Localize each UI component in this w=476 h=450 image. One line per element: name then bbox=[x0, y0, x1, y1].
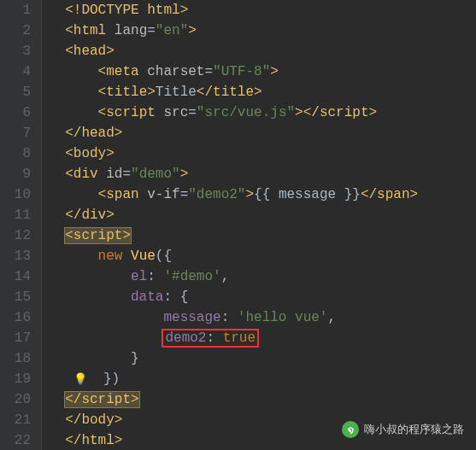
code-line[interactable]: el: '#demo', bbox=[49, 266, 418, 287]
line-number: 8 bbox=[7, 143, 31, 164]
highlight-red-box: demo2: true bbox=[163, 330, 257, 346]
line-number: 5 bbox=[7, 82, 31, 102]
code-line[interactable]: </div> bbox=[49, 205, 418, 225]
line-number: 10 bbox=[7, 184, 31, 205]
line-number: 12 bbox=[7, 225, 31, 246]
code-line[interactable]: message: 'hello vue', bbox=[49, 307, 418, 328]
watermark: ໑ 嗨小叔的程序猿之路 bbox=[342, 419, 464, 440]
line-number: 21 bbox=[7, 410, 31, 430]
lightbulb-icon[interactable]: 💡 bbox=[73, 373, 87, 386]
code-line[interactable]: <script src="src/vue.js"></script> bbox=[49, 102, 418, 123]
line-number: 3 bbox=[7, 41, 31, 61]
code-line[interactable]: <html lang="en"> bbox=[49, 20, 418, 41]
line-number: 1 bbox=[7, 0, 31, 20]
line-number: 19 bbox=[7, 369, 31, 389]
code-line[interactable]: } bbox=[49, 348, 418, 369]
line-number: 9 bbox=[7, 164, 31, 184]
code-line[interactable]: <meta charset="UTF-8"> bbox=[49, 61, 418, 82]
code-line[interactable]: <script> bbox=[49, 225, 418, 246]
code-line[interactable]: <head> bbox=[49, 41, 418, 61]
code-editor[interactable]: 1 2 3 4 5 6 7 8 9 10 11 12 13 14 15 16 1… bbox=[0, 0, 476, 450]
line-number: 11 bbox=[7, 205, 31, 225]
code-line[interactable]: <span v-if="demo2">{{ message }}</span> bbox=[49, 184, 418, 205]
code-line[interactable]: </script> bbox=[49, 389, 418, 410]
line-number: 16 bbox=[7, 307, 31, 328]
line-number: 15 bbox=[7, 287, 31, 307]
line-number: 6 bbox=[7, 102, 31, 123]
line-number: 2 bbox=[7, 20, 31, 41]
highlight-close-tag: </script> bbox=[65, 392, 138, 407]
line-number: 7 bbox=[7, 123, 31, 143]
line-number: 20 bbox=[7, 389, 31, 410]
code-line[interactable]: demo2: true bbox=[49, 328, 418, 348]
code-line[interactable]: </head> bbox=[49, 123, 418, 143]
watermark-text: 嗨小叔的程序猿之路 bbox=[364, 419, 464, 440]
code-line[interactable]: new Vue({ bbox=[49, 246, 418, 266]
line-number: 13 bbox=[7, 246, 31, 266]
wechat-icon: ໑ bbox=[342, 421, 359, 438]
line-number: 4 bbox=[7, 61, 31, 82]
line-number-gutter: 1 2 3 4 5 6 7 8 9 10 11 12 13 14 15 16 1… bbox=[0, 0, 42, 450]
line-number: 14 bbox=[7, 266, 31, 287]
line-number: 17 bbox=[7, 328, 31, 348]
line-number: 22 bbox=[7, 430, 31, 450]
doctype: <!DOCTYPE html> bbox=[65, 3, 188, 18]
code-line[interactable]: <!DOCTYPE html> bbox=[49, 0, 418, 20]
code-line[interactable]: <div id="demo"> bbox=[49, 164, 418, 184]
highlight-open-tag: <script> bbox=[65, 228, 131, 243]
line-number: 18 bbox=[7, 348, 31, 369]
code-line[interactable]: data: { bbox=[49, 287, 418, 307]
code-line[interactable]: 💡 }) bbox=[49, 369, 418, 389]
code-area[interactable]: <!DOCTYPE html> <html lang="en"> <head> … bbox=[42, 0, 418, 450]
code-line[interactable]: <body> bbox=[49, 143, 418, 164]
code-line[interactable]: <title>Title</title> bbox=[49, 82, 418, 102]
